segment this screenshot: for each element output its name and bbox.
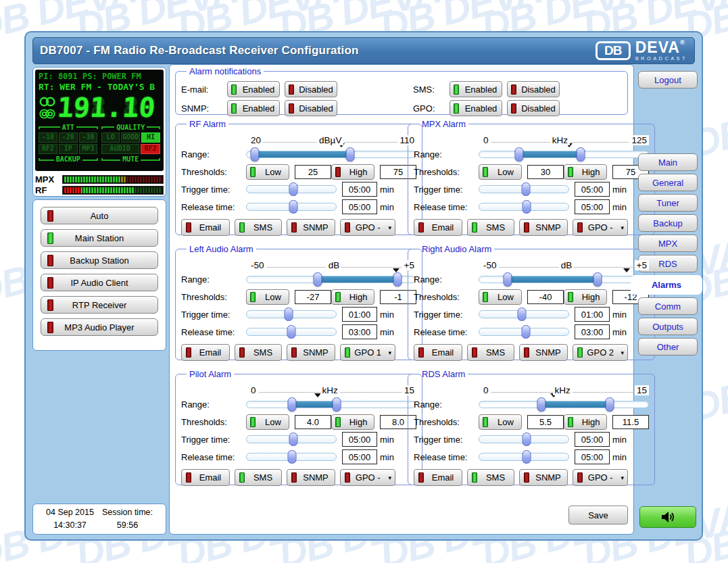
trigger-time-handle[interactable] bbox=[289, 182, 297, 196]
tab-tuner[interactable]: Tuner bbox=[638, 194, 698, 212]
trigger-time-handle[interactable] bbox=[284, 308, 293, 321]
email-notify-button[interactable]: Email bbox=[414, 344, 462, 361]
range-low-handle[interactable] bbox=[288, 397, 297, 412]
low-threshold-input[interactable] bbox=[527, 165, 564, 179]
low-threshold-button[interactable]: Low bbox=[479, 289, 522, 305]
release-time-slider[interactable] bbox=[479, 449, 569, 464]
trigger-time-slider[interactable] bbox=[479, 307, 569, 322]
range-high-handle[interactable] bbox=[577, 147, 585, 162]
tab-alarms[interactable]: Alarms bbox=[631, 275, 702, 295]
disabled-button[interactable]: Disabled bbox=[507, 81, 560, 97]
release-time-input[interactable] bbox=[342, 199, 377, 214]
tab-comm[interactable]: Comm bbox=[638, 297, 698, 315]
low-threshold-input[interactable] bbox=[295, 290, 331, 304]
tab-backup[interactable]: Backup bbox=[638, 214, 698, 232]
high-threshold-button[interactable]: High bbox=[564, 414, 607, 430]
audio-monitor-button[interactable] bbox=[639, 506, 696, 528]
range-low-handle[interactable] bbox=[537, 397, 546, 412]
trigger-time-input[interactable] bbox=[342, 432, 377, 447]
tab-general[interactable]: General bbox=[638, 174, 698, 191]
release-time-handle[interactable] bbox=[523, 200, 531, 214]
low-threshold-input[interactable] bbox=[295, 415, 331, 429]
trigger-time-input[interactable] bbox=[575, 182, 610, 197]
snmp-notify-button[interactable]: SNMP bbox=[519, 344, 568, 361]
snmp-notify-button[interactable]: SNMP bbox=[287, 219, 335, 236]
release-time-slider[interactable] bbox=[479, 199, 569, 214]
range-high-handle[interactable] bbox=[345, 147, 354, 162]
disabled-button[interactable]: Disabled bbox=[507, 100, 560, 116]
release-time-input[interactable] bbox=[342, 449, 377, 464]
snmp-notify-button[interactable]: SNMP bbox=[519, 219, 568, 236]
tab-mpx[interactable]: MPX bbox=[638, 235, 698, 252]
disabled-button[interactable]: Disabled bbox=[285, 100, 337, 116]
sms-notify-button[interactable]: SMS bbox=[467, 469, 514, 486]
gpo-select-dropdown[interactable]: GPO - ▾ bbox=[573, 469, 628, 486]
low-threshold-input[interactable] bbox=[527, 290, 564, 304]
low-threshold-button[interactable]: Low bbox=[246, 289, 289, 305]
gpo-select-dropdown[interactable]: GPO - ▾ bbox=[340, 469, 395, 486]
low-threshold-button[interactable]: Low bbox=[479, 164, 522, 180]
station-button-auto[interactable]: Auto bbox=[41, 207, 158, 224]
trigger-time-slider[interactable] bbox=[246, 182, 337, 197]
range-low-handle[interactable] bbox=[250, 147, 259, 162]
enabled-button[interactable]: Enabled bbox=[450, 100, 502, 116]
range-high-handle[interactable] bbox=[593, 272, 602, 287]
range-slider[interactable] bbox=[246, 397, 416, 412]
high-threshold-button[interactable]: High bbox=[331, 289, 374, 305]
email-notify-button[interactable]: Email bbox=[181, 219, 230, 236]
release-time-slider[interactable] bbox=[246, 324, 337, 339]
logout-button[interactable]: Logout bbox=[638, 71, 698, 89]
range-slider[interactable] bbox=[246, 147, 416, 162]
gpo-select-dropdown[interactable]: GPO - ▾ bbox=[340, 219, 395, 236]
station-button-ip-audio-client[interactable]: IP Audio Client bbox=[41, 274, 158, 291]
enabled-button[interactable]: Enabled bbox=[227, 81, 280, 97]
sms-notify-button[interactable]: SMS bbox=[235, 469, 282, 486]
range-low-handle[interactable] bbox=[503, 272, 512, 287]
station-button-main-station[interactable]: Main Station bbox=[41, 229, 158, 247]
enabled-button[interactable]: Enabled bbox=[227, 100, 280, 116]
tab-other[interactable]: Other bbox=[638, 338, 698, 356]
low-threshold-input[interactable] bbox=[527, 415, 564, 429]
release-time-handle[interactable] bbox=[287, 325, 296, 339]
range-low-handle[interactable] bbox=[313, 272, 322, 287]
high-threshold-button[interactable]: High bbox=[564, 289, 607, 305]
enabled-button[interactable]: Enabled bbox=[450, 81, 502, 97]
release-time-input[interactable] bbox=[342, 324, 377, 339]
snmp-notify-button[interactable]: SNMP bbox=[287, 344, 335, 361]
high-threshold-button[interactable]: High bbox=[331, 414, 374, 430]
release-time-slider[interactable] bbox=[246, 449, 337, 464]
range-high-handle[interactable] bbox=[332, 397, 341, 412]
release-time-handle[interactable] bbox=[289, 200, 297, 214]
high-threshold-input[interactable] bbox=[612, 415, 649, 429]
release-time-slider[interactable] bbox=[479, 324, 569, 339]
range-slider[interactable] bbox=[479, 147, 649, 162]
sms-notify-button[interactable]: SMS bbox=[467, 344, 514, 361]
low-threshold-button[interactable]: Low bbox=[479, 414, 522, 430]
sms-notify-button[interactable]: SMS bbox=[235, 219, 282, 236]
email-notify-button[interactable]: Email bbox=[181, 469, 230, 486]
gpo-select-dropdown[interactable]: GPO - ▾ bbox=[573, 219, 628, 236]
tab-outputs[interactable]: Outputs bbox=[638, 318, 698, 335]
low-threshold-input[interactable] bbox=[295, 165, 331, 179]
release-time-handle[interactable] bbox=[523, 450, 531, 464]
snmp-notify-button[interactable]: SNMP bbox=[287, 469, 335, 486]
trigger-time-slider[interactable] bbox=[479, 182, 569, 197]
trigger-time-slider[interactable] bbox=[246, 307, 337, 322]
trigger-time-input[interactable] bbox=[575, 307, 610, 322]
station-button-mp3-audio-player[interactable]: MP3 Audio Player bbox=[41, 318, 158, 336]
gpo-select-dropdown[interactable]: GPO 2 ▾ bbox=[573, 344, 628, 361]
low-threshold-button[interactable]: Low bbox=[246, 414, 289, 430]
range-low-handle[interactable] bbox=[515, 147, 524, 162]
trigger-time-handle[interactable] bbox=[518, 308, 527, 321]
email-notify-button[interactable]: Email bbox=[181, 344, 230, 361]
trigger-time-input[interactable] bbox=[342, 307, 377, 322]
disabled-button[interactable]: Disabled bbox=[285, 81, 337, 97]
high-threshold-button[interactable]: High bbox=[331, 164, 374, 180]
low-threshold-button[interactable]: Low bbox=[246, 164, 289, 180]
range-high-handle[interactable] bbox=[393, 272, 402, 287]
email-notify-button[interactable]: Email bbox=[414, 469, 462, 486]
email-notify-button[interactable]: Email bbox=[414, 219, 462, 236]
trigger-time-slider[interactable] bbox=[246, 432, 337, 447]
save-button[interactable]: Save bbox=[568, 506, 628, 524]
release-time-input[interactable] bbox=[575, 449, 610, 464]
